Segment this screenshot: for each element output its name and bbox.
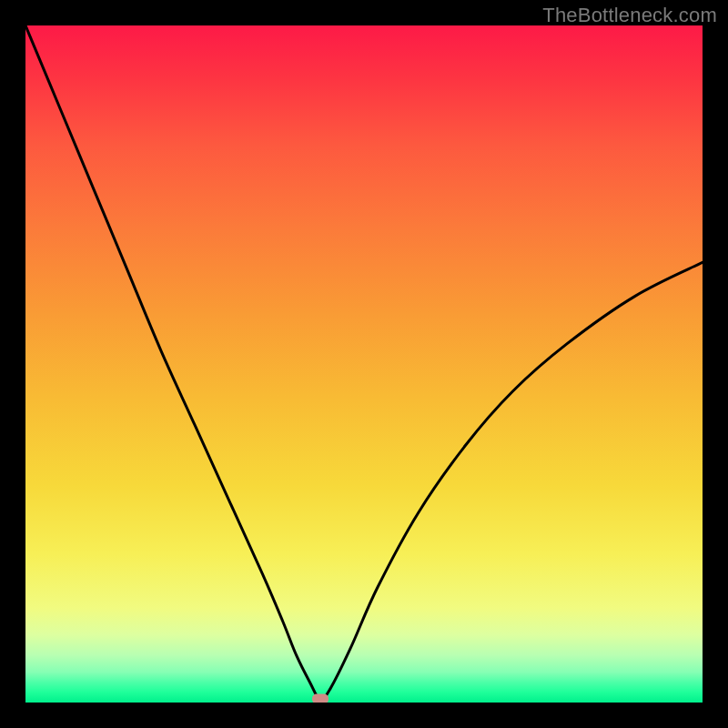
plot-area [25, 25, 703, 703]
chart-curve-svg [25, 25, 703, 703]
minimum-marker [312, 694, 329, 703]
watermark-text: TheBottleneck.com [542, 4, 717, 27]
bottleneck-curve [25, 25, 703, 700]
